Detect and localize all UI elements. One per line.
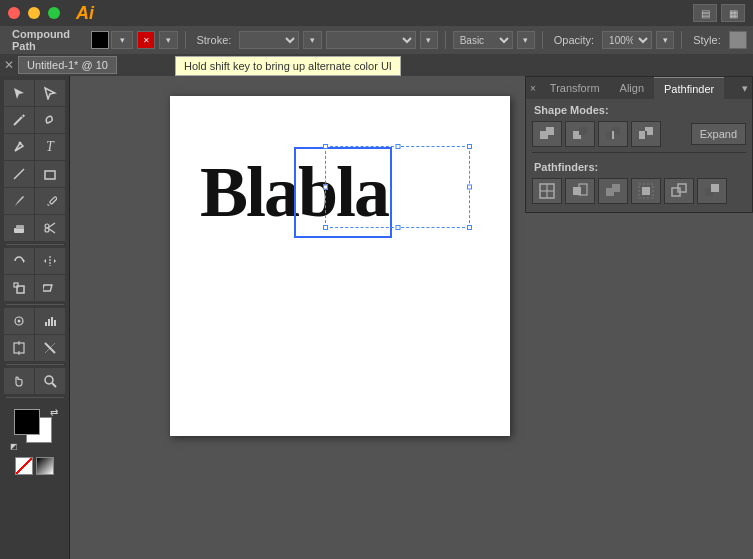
- shear-tool[interactable]: [35, 275, 65, 301]
- tooltip: Hold shift key to bring up alternate col…: [175, 56, 401, 76]
- rotate-tool[interactable]: [4, 248, 34, 274]
- divide-button[interactable]: [532, 178, 562, 204]
- svg-point-20: [18, 320, 21, 323]
- handle-br[interactable]: [467, 225, 472, 230]
- magic-wand-tool[interactable]: ✦: [4, 107, 34, 133]
- separator1: [185, 31, 186, 49]
- symbol-tool[interactable]: [4, 308, 34, 334]
- minimize-button[interactable]: [28, 7, 40, 19]
- tool-row-pen: T: [4, 134, 65, 160]
- panel-close-button[interactable]: ×: [526, 83, 540, 94]
- toolbar-divider4: [6, 397, 64, 398]
- exclude-button[interactable]: [631, 121, 661, 147]
- document-tab[interactable]: Untitled-1* @ 10: [18, 56, 117, 74]
- title-icons: ▤ ▦: [693, 4, 745, 22]
- maximize-button[interactable]: [48, 7, 60, 19]
- bar-graph-tool[interactable]: [35, 308, 65, 334]
- svg-rect-45: [573, 187, 581, 195]
- line-tool[interactable]: [4, 161, 34, 187]
- scale-tool[interactable]: [4, 275, 34, 301]
- tool-row-slice: [4, 335, 65, 361]
- svg-line-3: [14, 169, 24, 179]
- titlebar: Ai ▤ ▦: [0, 0, 753, 26]
- svg-rect-48: [612, 184, 620, 192]
- workspace-icon[interactable]: ▦: [721, 4, 745, 22]
- close-button[interactable]: [8, 7, 20, 19]
- document-canvas[interactable]: Bla bla: [170, 96, 510, 436]
- handle-bm[interactable]: [395, 225, 400, 230]
- fill-options-icon[interactable]: ▾: [111, 31, 133, 49]
- minus-back-button[interactable]: [697, 178, 727, 204]
- handle-tm[interactable]: [395, 144, 400, 149]
- object-type-label: Compound Path: [6, 26, 87, 54]
- svg-rect-49: [642, 187, 650, 195]
- pen-tool[interactable]: [4, 134, 34, 160]
- artboard-tool[interactable]: [4, 335, 34, 361]
- color-swatches: ⇄ ◩: [6, 405, 64, 475]
- selection-tool[interactable]: [4, 80, 34, 106]
- handle-tr[interactable]: [467, 144, 472, 149]
- handle-tl[interactable]: [323, 144, 328, 149]
- svg-rect-5: [49, 196, 57, 204]
- stroke-style-icon[interactable]: ✕: [137, 31, 155, 49]
- intersect-button[interactable]: [598, 121, 628, 147]
- stroke-color-select[interactable]: [239, 31, 299, 49]
- style-preset-select[interactable]: Basic: [453, 31, 513, 49]
- ai-logo: Ai: [76, 3, 94, 24]
- fill-color-selector[interactable]: ▾: [91, 31, 133, 49]
- stroke-weight-select[interactable]: [326, 31, 416, 49]
- pencil-tool[interactable]: [35, 188, 65, 214]
- stroke-options-icon[interactable]: ▾: [303, 31, 321, 49]
- tool-row-graph: [4, 308, 65, 334]
- tab-pathfinder[interactable]: Pathfinder: [654, 77, 724, 99]
- zoom-tool[interactable]: [35, 368, 65, 394]
- rectangle-tool[interactable]: [35, 161, 65, 187]
- svg-rect-4: [45, 171, 55, 179]
- opacity-arrow[interactable]: ▾: [656, 31, 674, 49]
- eraser-tool[interactable]: [4, 215, 34, 241]
- canvas-text: Bla bla: [200, 151, 388, 234]
- trim-button[interactable]: [565, 178, 595, 204]
- none-indicator[interactable]: [15, 457, 33, 475]
- default-colors-icon[interactable]: ◩: [10, 442, 18, 451]
- svg-marker-14: [44, 259, 46, 263]
- stroke-weight-arrow[interactable]: ▾: [420, 31, 438, 49]
- panel-options-arrow[interactable]: ▾: [738, 82, 752, 95]
- stroke-type-icon[interactable]: ▾: [159, 31, 177, 49]
- paintbrush-tool[interactable]: [4, 188, 34, 214]
- expand-button[interactable]: Expand: [691, 123, 746, 145]
- arrange-icon[interactable]: ▤: [693, 4, 717, 22]
- tab-align[interactable]: Align: [610, 77, 654, 99]
- direct-selection-tool[interactable]: [35, 80, 65, 106]
- style-arrow[interactable]: ▾: [517, 31, 535, 49]
- swap-colors-icon[interactable]: ⇄: [50, 407, 58, 418]
- unite-button[interactable]: [532, 121, 562, 147]
- merge-button[interactable]: [598, 178, 628, 204]
- svg-rect-38: [612, 131, 614, 139]
- tab-close-icon[interactable]: ✕: [4, 58, 14, 72]
- panel-tab-bar: × Transform Align Pathfinder ▾: [526, 77, 752, 99]
- hand-tool[interactable]: [4, 368, 34, 394]
- minus-front-button[interactable]: [565, 121, 595, 147]
- text-tool[interactable]: T: [35, 134, 65, 160]
- gradient-indicator[interactable]: [36, 457, 54, 475]
- tool-row-hand: [4, 368, 65, 394]
- reflect-tool[interactable]: [35, 248, 65, 274]
- tab-title: Untitled-1* @ 10: [27, 59, 108, 71]
- opacity-select[interactable]: 100%: [602, 31, 652, 49]
- slice-tool[interactable]: [35, 335, 65, 361]
- svg-rect-33: [546, 127, 554, 135]
- fill-swatch[interactable]: [91, 31, 109, 49]
- handle-mr[interactable]: [467, 185, 472, 190]
- style-swatch[interactable]: [729, 31, 747, 49]
- scissors-tool[interactable]: [35, 215, 65, 241]
- crop-button[interactable]: [631, 178, 661, 204]
- outline-button[interactable]: [664, 178, 694, 204]
- fill-stroke-swatches[interactable]: ⇄ ◩: [10, 407, 60, 451]
- fill-swatch[interactable]: [14, 409, 40, 435]
- tool-row-line: [4, 161, 65, 187]
- tool-row-brush: [4, 188, 65, 214]
- canvas-area: Bla bla × Transform Align Path: [70, 76, 753, 559]
- tab-transform[interactable]: Transform: [540, 77, 610, 99]
- lasso-tool[interactable]: [35, 107, 65, 133]
